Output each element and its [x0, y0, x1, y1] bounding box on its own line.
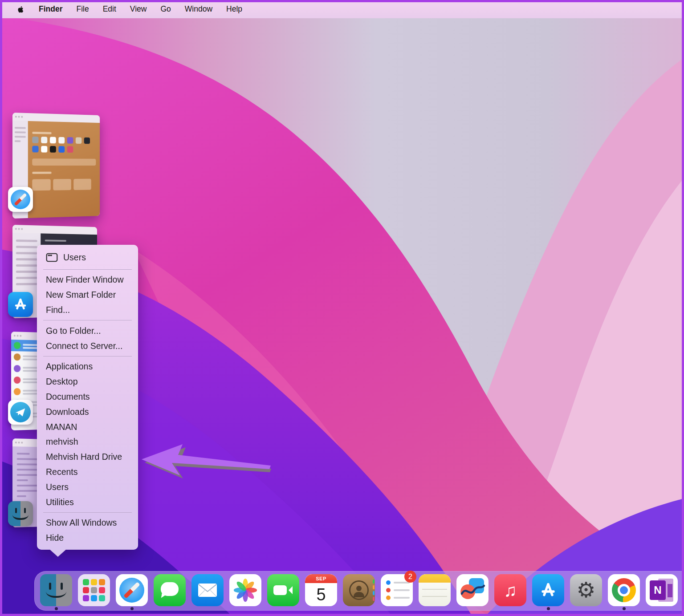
finder-dock-context-menu: Users New Finder Window New Smart Folder… — [37, 245, 138, 550]
running-indicator — [130, 607, 134, 610]
finder-icon — [8, 501, 33, 526]
menubar-app-name[interactable]: Finder — [39, 4, 62, 14]
favicon-tile — [58, 137, 65, 144]
favicon-tile — [76, 137, 82, 144]
menu-item-new-smart-folder[interactable]: New Smart Folder — [37, 288, 138, 303]
app-store-icon — [8, 292, 33, 317]
dock: SEP 5 2 — [34, 571, 684, 611]
menu-separator — [43, 512, 132, 513]
notification-badge: 2 — [404, 571, 416, 583]
menu-item-new-finder-window[interactable]: New Finder Window — [37, 272, 138, 288]
photos-icon — [229, 574, 261, 606]
favicon-tile — [50, 146, 56, 153]
menu-item-desktop[interactable]: Desktop — [37, 374, 138, 389]
notes-icon — [419, 574, 451, 606]
dock-notes[interactable] — [419, 574, 451, 610]
mail-icon — [191, 574, 224, 606]
menu-item-show-all-windows[interactable]: Show All Windows — [37, 515, 138, 531]
dock-calendar[interactable]: SEP 5 — [305, 574, 337, 610]
menu-item-mehvish-hard-drive[interactable]: Mehvish Hard Drive — [37, 450, 138, 465]
finder-window-icon — [46, 253, 58, 262]
dock-system-preferences[interactable]: ⚙ — [570, 574, 602, 610]
contacts-icon — [343, 574, 375, 606]
favicon-tile — [67, 146, 73, 153]
menu-item-hide[interactable]: Hide — [37, 531, 138, 546]
favicon-tile — [32, 137, 38, 143]
safari-icon — [116, 574, 148, 606]
menu-item-connect-to-server[interactable]: Connect to Server... — [37, 338, 138, 353]
favicon-tile — [58, 146, 65, 153]
onenote-letter: N — [650, 580, 666, 600]
dock-photos[interactable] — [229, 574, 261, 610]
reading-list-cards — [32, 179, 96, 191]
menu-separator — [43, 320, 132, 320]
calendar-icon: SEP 5 — [305, 574, 337, 606]
menubar-item-edit[interactable]: Edit — [103, 4, 116, 14]
dock-facetime[interactable] — [267, 574, 299, 610]
menu-item-documents[interactable]: Documents — [37, 389, 138, 405]
menu-item-applications[interactable]: Applications — [37, 359, 138, 374]
messages-icon — [154, 574, 186, 606]
dock-app-store[interactable] — [532, 574, 564, 610]
running-indicator — [55, 607, 58, 610]
menu-bar: Finder File Edit View Go Window Help — [0, 0, 684, 18]
launchpad-icon — [78, 574, 110, 606]
menu-item-recents[interactable]: Recents — [37, 465, 138, 480]
dock-chrome[interactable] — [608, 574, 640, 610]
gear-icon: ⚙ — [570, 574, 602, 606]
menubar-item-view[interactable]: View — [130, 4, 147, 14]
dock-sketch-app[interactable] — [456, 574, 489, 610]
running-indicator — [547, 607, 550, 610]
favicon-grid — [32, 137, 94, 153]
annotation-arrow — [139, 440, 273, 484]
menu-separator — [43, 269, 132, 270]
dock-finder[interactable] — [40, 574, 72, 610]
menu-item-users[interactable]: Users — [37, 479, 138, 494]
app-store-icon — [532, 574, 564, 606]
menu-item-manan[interactable]: MANAN — [37, 419, 138, 434]
privacy-report-bar — [32, 158, 96, 166]
dock-messages[interactable] — [154, 574, 186, 610]
menubar-item-go[interactable]: Go — [160, 4, 171, 14]
dock-mail[interactable] — [191, 574, 224, 610]
dock-onenote[interactable]: N — [646, 574, 678, 610]
safari-icon — [8, 187, 33, 212]
menu-separator — [43, 356, 132, 357]
menu-item-downloads[interactable]: Downloads — [37, 404, 138, 419]
favicon-tile — [32, 146, 38, 153]
favicon-tile — [84, 138, 90, 144]
safari-startpage — [28, 121, 100, 218]
onenote-icon: N — [646, 574, 678, 606]
sketch-app-icon — [456, 574, 489, 606]
running-indicator — [623, 607, 626, 610]
chrome-icon — [608, 574, 640, 606]
context-menu-header-users[interactable]: Users — [37, 248, 138, 267]
apple-menu-icon[interactable] — [17, 4, 25, 14]
calendar-day: 5 — [305, 583, 337, 606]
menubar-item-window[interactable]: Window — [185, 4, 212, 14]
finder-icon — [40, 574, 72, 606]
dock-contacts[interactable] — [343, 574, 375, 610]
dock-safari[interactable] — [116, 574, 148, 610]
facetime-icon — [267, 574, 299, 606]
music-icon: ♫ — [494, 574, 526, 606]
dock-reminders[interactable]: 2 — [381, 574, 413, 610]
favicon-tile — [50, 137, 56, 143]
dock-launchpad[interactable] — [78, 574, 110, 610]
favicon-tile — [41, 137, 47, 143]
menu-item-go-to-folder[interactable]: Go to Folder... — [37, 323, 138, 338]
desktop: Finder File Edit View Go Window Help — [0, 0, 684, 616]
menu-item-find[interactable]: Find... — [37, 303, 138, 318]
menu-item-utilities[interactable]: Utilities — [37, 494, 138, 510]
telegram-icon — [8, 400, 33, 425]
favicon-tile — [67, 137, 73, 144]
menu-item-mehvish[interactable]: mehvish — [37, 434, 138, 450]
menu-pointer-tail — [49, 549, 66, 557]
menubar-item-file[interactable]: File — [76, 4, 89, 14]
calendar-month: SEP — [305, 574, 337, 583]
menubar-item-help[interactable]: Help — [226, 4, 242, 14]
favicon-tile — [41, 146, 47, 153]
dock-music[interactable]: ♫ — [494, 574, 526, 610]
